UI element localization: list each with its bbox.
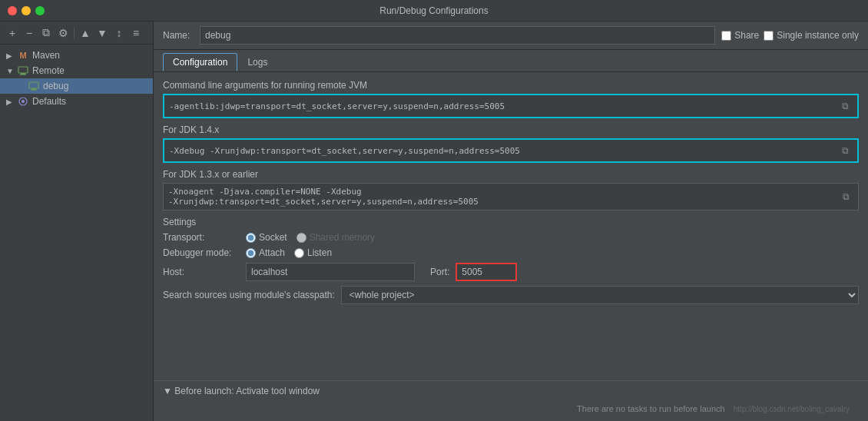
svg-rect-0 — [18, 67, 28, 73]
port-input[interactable] — [456, 263, 517, 281]
right-panel: Name: Share Single instance only Configu… — [154, 22, 868, 421]
move-up-button[interactable]: ▲ — [78, 25, 93, 41]
share-label: Share — [734, 30, 759, 41]
socket-radio-label[interactable]: Socket — [246, 232, 287, 243]
tab-configuration[interactable]: Configuration — [163, 53, 237, 71]
attach-radio-label[interactable]: Attach — [246, 247, 285, 258]
attach-radio[interactable] — [246, 248, 256, 258]
cmd-line-label: Command line arguments for running remot… — [163, 80, 859, 91]
shared-memory-radio[interactable] — [297, 233, 306, 243]
sidebar-item-defaults[interactable]: ▶ Defaults — [0, 94, 153, 109]
before-launch-section: ▼ Before launch: Activate tool window Th… — [154, 380, 868, 421]
add-config-button[interactable]: + — [5, 25, 20, 41]
host-port-row: Host: Port: — [163, 263, 859, 281]
single-instance-label: Single instance only — [777, 30, 859, 41]
svg-point-7 — [22, 100, 25, 103]
sidebar-item-debug[interactable]: ▶ debug — [0, 78, 153, 94]
debug-label: debug — [43, 81, 68, 91]
host-input[interactable] — [246, 263, 415, 281]
copy-jdk14-button[interactable]: ⧉ — [837, 143, 853, 158]
jdk14-label: For JDK 1.4.x — [163, 124, 859, 135]
title-bar: Run/Debug Configurations — [0, 0, 868, 22]
close-button[interactable] — [8, 6, 17, 15]
search-sources-label: Search sources using module's classpath: — [163, 290, 335, 300]
sidebar-toolbar: + − ⧉ ⚙ ▲ ▼ ↕ ≡ — [0, 22, 153, 45]
maximize-button[interactable] — [35, 6, 45, 15]
watermark: http://blog.csdn.net/boling_cavalry — [734, 405, 850, 413]
port-label: Port: — [430, 267, 449, 277]
single-instance-checkbox-label[interactable]: Single instance only — [764, 30, 859, 41]
name-row: Name: Share Single instance only — [154, 22, 868, 50]
jdk13-label: For JDK 1.3.x or earlier — [163, 169, 859, 180]
shared-memory-radio-label[interactable]: Shared memory — [297, 232, 375, 243]
settings-label: Settings — [163, 217, 859, 227]
shared-memory-label: Shared memory — [310, 232, 375, 243]
expand-arrow-defaults: ▶ — [6, 98, 17, 106]
before-launch-empty: There are no tasks to run before launch … — [163, 401, 859, 416]
main-layout: + − ⧉ ⚙ ▲ ▼ ↕ ≡ ▶ M Maven ▼ — [0, 22, 868, 421]
jdk13-cmd-box: -Xnoagent -Djava.compiler=NONE -Xdebug -… — [163, 183, 859, 210]
search-sources-select[interactable]: <whole project> — [341, 286, 859, 304]
config-content: Command line arguments for running remot… — [154, 72, 868, 380]
copy-cmd-button[interactable]: ⧉ — [837, 98, 853, 114]
defaults-label: Defaults — [32, 96, 66, 107]
settings-section: Settings Transport: Socket Shared memory — [163, 217, 859, 281]
listen-radio-label[interactable]: Listen — [294, 247, 332, 258]
transport-row: Transport: Socket Shared memory — [163, 232, 859, 243]
before-launch-title: ▼ Before launch: Activate tool window — [163, 386, 320, 396]
socket-label: Socket — [259, 232, 287, 243]
expand-arrow-maven: ▶ — [6, 51, 17, 60]
share-checkbox-label[interactable]: Share — [721, 30, 759, 41]
socket-radio[interactable] — [246, 233, 256, 243]
debugger-mode-row: Debugger mode: Attach Listen — [163, 247, 859, 258]
debug-icon — [28, 80, 40, 92]
move-button[interactable]: ↕ — [111, 25, 127, 41]
settings-config-button[interactable]: ⚙ — [55, 25, 71, 41]
sort-button[interactable]: ≡ — [128, 25, 144, 41]
maven-label: Maven — [32, 50, 60, 61]
window-title: Run/Debug Configurations — [379, 5, 488, 16]
config-tree: ▶ M Maven ▼ Remote — [0, 45, 153, 421]
sidebar-item-remote[interactable]: ▼ Remote — [0, 63, 153, 78]
jdk14-cmd-box: -Xdebug -Xrunjdwp:transport=dt_socket,se… — [163, 138, 859, 163]
tab-logs[interactable]: Logs — [237, 53, 277, 71]
cmd-line-box: -agentlib:jdwp=transport=dt_socket,serve… — [163, 94, 859, 118]
svg-rect-3 — [29, 82, 38, 88]
defaults-icon — [17, 95, 29, 108]
cmd-line-value: -agentlib:jdwp=transport=dt_socket,serve… — [169, 101, 837, 111]
expand-arrow-remote: ▼ — [6, 67, 17, 75]
expand-arrow-debug: ▶ — [6, 82, 17, 91]
attach-label: Attach — [259, 247, 285, 258]
search-sources-row: Search sources using module's classpath:… — [163, 286, 859, 304]
share-area: Share Single instance only — [721, 30, 859, 41]
transport-radio-group: Socket Shared memory — [246, 232, 375, 243]
copy-jdk13-button[interactable]: ⧉ — [838, 189, 853, 204]
single-instance-checkbox[interactable] — [764, 31, 774, 41]
maven-icon: M — [17, 49, 29, 61]
share-checkbox[interactable] — [721, 31, 731, 41]
remote-icon — [17, 65, 29, 77]
move-down-button[interactable]: ▼ — [94, 25, 110, 41]
sidebar-item-maven[interactable]: ▶ M Maven — [0, 48, 153, 63]
minimize-button[interactable] — [22, 6, 31, 15]
name-label: Name: — [163, 30, 194, 41]
listen-radio[interactable] — [294, 248, 304, 258]
transport-label: Transport: — [163, 232, 240, 243]
debugger-mode-radio-group: Attach Listen — [246, 247, 332, 258]
before-launch-header[interactable]: ▼ Before launch: Activate tool window — [163, 386, 859, 396]
jdk14-value: -Xdebug -Xrunjdwp:transport=dt_socket,se… — [169, 146, 837, 156]
remote-label: Remote — [32, 65, 65, 76]
sidebar: + − ⧉ ⚙ ▲ ▼ ↕ ≡ ▶ M Maven ▼ — [0, 22, 154, 421]
listen-label: Listen — [307, 247, 332, 258]
remove-config-button[interactable]: − — [22, 25, 37, 41]
debugger-mode-label: Debugger mode: — [163, 247, 240, 258]
name-input[interactable] — [200, 26, 715, 45]
window-controls[interactable] — [8, 6, 45, 15]
host-label: Host: — [163, 267, 240, 277]
jdk13-value: -Xnoagent -Djava.compiler=NONE -Xdebug -… — [168, 187, 838, 207]
tabs-row: Configuration Logs — [154, 50, 868, 72]
copy-config-button[interactable]: ⧉ — [38, 25, 54, 41]
